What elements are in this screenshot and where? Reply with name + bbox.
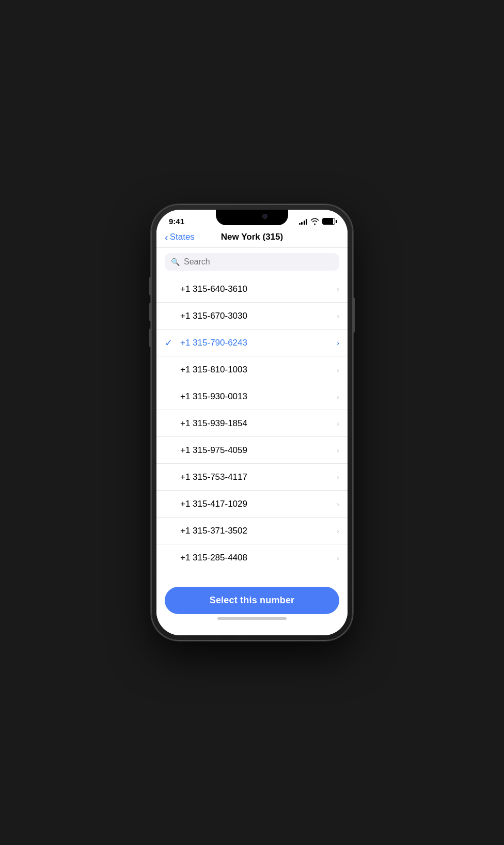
nav-title: New York (315) [221,232,283,242]
battery-icon [322,218,335,225]
phone-number: +1 315-670-4829 [180,580,337,581]
phone-number: +1 315-371-3502 [180,526,337,536]
list-item[interactable]: +1 315-939-1854 › [156,410,348,437]
phone-screen: 9:41 ‹ States Ne [156,210,348,635]
chevron-right-icon: › [337,526,339,535]
status-bar: 9:41 [156,210,348,228]
phone-number: +1 315-930-0013 [180,392,337,402]
checkmark-icon: ✓ [165,337,175,349]
chevron-right-icon: › [337,446,339,455]
chevron-right-icon: › [337,553,339,562]
list-item[interactable]: +1 315-670-3030 › [156,303,348,330]
nav-bar: ‹ States New York (315) [156,228,348,248]
list-item[interactable]: +1 315-753-4117 › [156,464,348,491]
chevron-right-icon: › [337,285,339,293]
list-item[interactable]: ✓ +1 315-790-6243 › [156,330,348,356]
list-item[interactable]: +1 315-285-4408 › [156,544,348,571]
phone-list: +1 315-640-3610 › +1 315-670-3030 › ✓ +1… [156,276,348,581]
list-item[interactable]: +1 315-670-4829 › [156,571,348,581]
signal-icon [299,218,308,225]
search-input[interactable] [184,257,333,267]
home-indicator [217,617,287,620]
status-time: 9:41 [169,217,184,226]
back-label: States [170,232,195,242]
search-icon: 🔍 [171,258,180,266]
chevron-right-icon: › [337,311,339,320]
notch [216,210,288,225]
list-item[interactable]: +1 315-640-3610 › [156,276,348,303]
phone-number: +1 315-790-6243 [180,338,337,348]
status-icons [299,218,336,225]
chevron-right-icon: › [337,473,339,481]
camera-dot [262,214,267,219]
phone-number: +1 315-975-4059 [180,445,337,456]
phone-device: 9:41 ‹ States Ne [151,205,353,640]
phone-number: +1 315-753-4117 [180,472,337,482]
back-button[interactable]: ‹ States [165,232,195,242]
phone-number: +1 315-939-1854 [180,418,337,429]
phone-number: +1 315-417-1029 [180,499,337,509]
search-bar[interactable]: 🔍 [165,253,339,271]
chevron-right-icon: › [337,580,339,581]
chevron-right-icon: › [337,365,339,374]
chevron-right-icon: › [337,392,339,401]
list-item[interactable]: +1 315-975-4059 › [156,437,348,464]
phone-number: +1 315-285-4408 [180,553,337,563]
list-item[interactable]: +1 315-417-1029 › [156,491,348,518]
phone-number: +1 315-670-3030 [180,311,337,321]
list-item[interactable]: +1 315-810-1003 › [156,356,348,383]
chevron-right-icon: › [337,338,339,347]
select-number-button[interactable]: Select this number [165,587,339,614]
list-item[interactable]: +1 315-371-3502 › [156,518,348,544]
wifi-icon [310,218,319,225]
chevron-right-icon: › [337,499,339,508]
bottom-area: Select this number [156,581,348,635]
back-chevron-icon: ‹ [165,232,168,242]
phone-number: +1 315-640-3610 [180,284,337,294]
list-item[interactable]: +1 315-930-0013 › [156,383,348,410]
chevron-right-icon: › [337,419,339,428]
phone-number: +1 315-810-1003 [180,365,337,375]
